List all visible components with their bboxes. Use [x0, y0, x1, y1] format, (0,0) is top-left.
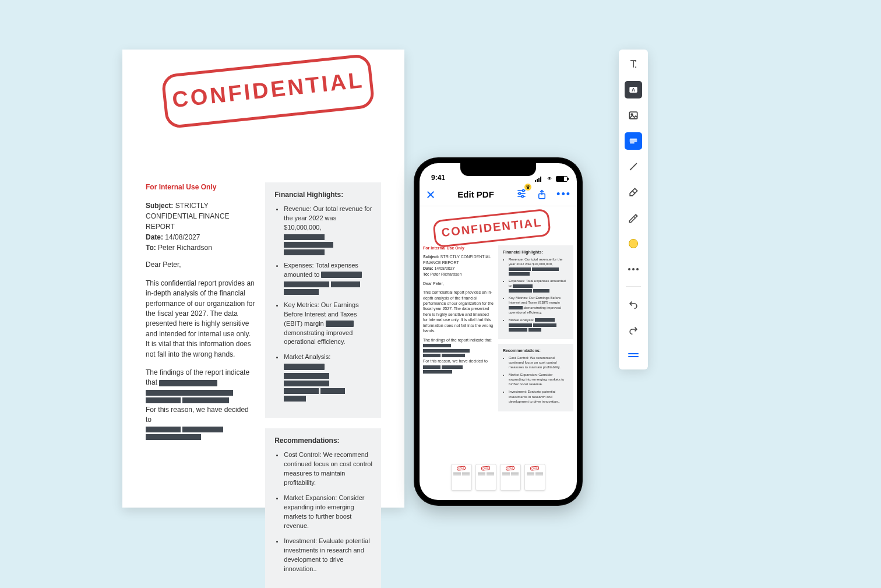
highlight-expenses: Expenses: Total expenses amounted to: [284, 261, 373, 295]
highlight-revenue-text: Revenue: Our total revenue for the year …: [284, 205, 372, 231]
redaction-block: [326, 321, 354, 327]
signal-icon: [535, 176, 543, 182]
redaction-block: [284, 281, 329, 287]
phone-frame: 9:41 Edit PDF ♛ ••• CONFIDENTIAL: [414, 157, 583, 506]
crown-badge-icon: ♛: [524, 184, 531, 191]
subject-label: Subject:: [146, 202, 173, 210]
redaction-block: [284, 373, 329, 379]
more-tools[interactable]: [625, 260, 642, 278]
phone-meta: Subject: STRICTLY CONFIDENTIAL FINANCE R…: [423, 254, 495, 277]
more-icon[interactable]: •••: [556, 188, 571, 200]
highlights-panel: Financial Highlights: Revenue: Our total…: [265, 182, 381, 418]
redaction-block: [320, 388, 345, 394]
share-icon[interactable]: [537, 189, 547, 200]
recommendation-item: Investment: Evaluate potential investmen…: [284, 537, 373, 574]
text-box-tool[interactable]: A: [625, 81, 642, 98]
redaction-block: [284, 289, 319, 295]
redact-tool[interactable]: [625, 132, 642, 150]
recommendations-panel: Recommendations: Cost Control: We recomm…: [265, 428, 381, 588]
redaction-block: [284, 381, 329, 386]
recommendation-item: Market Expansion: Consider expanding int…: [284, 494, 373, 531]
redaction-block: [159, 380, 217, 386]
redaction-block: [284, 396, 306, 402]
image-tool[interactable]: [625, 107, 642, 124]
svg-text:A: A: [632, 87, 635, 93]
to-value: Peter Richardson: [158, 244, 212, 252]
intro-paragraph: This confidential report provides an in-…: [146, 279, 256, 360]
eraser-tool[interactable]: [625, 184, 642, 201]
redaction-block: [146, 434, 201, 440]
phone-document[interactable]: CONFIDENTIAL For Internal Use Only Subje…: [420, 206, 577, 414]
highlighter-tool[interactable]: [625, 209, 642, 227]
page-thumbnail[interactable]: CONF: [500, 464, 521, 491]
page-thumbnail[interactable]: CONF: [524, 464, 545, 491]
page-thumbnail[interactable]: CONF: [475, 464, 496, 491]
line-tool[interactable]: [625, 158, 642, 175]
document-right-column: Financial Highlights: Revenue: Our total…: [265, 182, 381, 588]
redaction-block: [146, 397, 181, 403]
editor-toolbar: A: [619, 50, 648, 369]
document-left-column: For Internal Use Only Subject: STRICTLY …: [146, 182, 256, 588]
page-thumbnails: CONF CONF CONF CONF: [420, 460, 577, 494]
svg-point-2: [521, 195, 523, 197]
highlight-metrics: Key Metrics: Our Earnings Before Interes…: [284, 301, 373, 347]
phone-internal-label: For Internal Use Only: [423, 245, 495, 251]
document-page: CONFIDENTIAL For Internal Use Only Subje…: [122, 50, 404, 508]
redaction-block: [182, 427, 223, 432]
to-label: To:: [146, 244, 156, 252]
phone-recs-panel: Recommendations: Cost Control: We recomm…: [498, 344, 573, 411]
confidential-stamp: CONFIDENTIAL: [161, 53, 375, 129]
phone-navbar: Edit PDF ♛ •••: [420, 183, 577, 206]
recommendations-title: Recommendations:: [274, 436, 373, 445]
redaction-block: [146, 390, 233, 396]
redaction-block: [284, 234, 325, 240]
status-time: 9:41: [431, 174, 445, 182]
page-thumbnail[interactable]: CONF: [451, 464, 472, 491]
date-label: Date:: [146, 233, 163, 241]
redaction-block: [284, 249, 325, 255]
status-icons: [535, 176, 568, 182]
settings-button[interactable]: ♛: [516, 188, 527, 202]
redaction-block: [321, 272, 362, 278]
redo-button[interactable]: [625, 321, 642, 338]
navbar-title: Edit PDF: [457, 189, 494, 199]
document-body: For Internal Use Only Subject: STRICTLY …: [146, 182, 381, 588]
phone-salutation: Dear Peter,: [423, 281, 495, 286]
highlight-market-text: Market Analysis:: [284, 353, 330, 360]
date-value: 14/08/2027: [165, 233, 200, 241]
document-meta: Subject: STRICTLY CONFIDENTIAL FINANCE R…: [146, 200, 256, 253]
phone-stamp: CONFIDENTIAL: [432, 209, 551, 248]
ellipsis-icon: [628, 268, 639, 270]
recommendation-item: Cost Control: We recommend continued foc…: [284, 450, 373, 488]
phone-notch: [460, 163, 536, 176]
salutation: Dear Peter,: [146, 260, 256, 270]
internal-use-label: For Internal Use Only: [146, 182, 256, 192]
toolbar-divider: [626, 286, 641, 287]
highlight-revenue: Revenue: Our total revenue for the year …: [284, 205, 373, 255]
undo-button[interactable]: [625, 295, 642, 312]
phone-intro: This confidential report provides an in-…: [423, 290, 495, 334]
text-tool[interactable]: [625, 55, 642, 73]
findings-paragraph: The findings of the report indicate that…: [146, 368, 256, 441]
highlight-metrics-b: demonstrating improved operational effic…: [284, 329, 353, 346]
wifi-icon: [545, 176, 554, 182]
battery-icon: [556, 176, 568, 182]
svg-point-1: [519, 192, 520, 194]
redaction-block: [284, 242, 333, 248]
color-tool[interactable]: [625, 235, 642, 252]
redaction-block: [146, 427, 181, 432]
phone-left-column: For Internal Use Only Subject: STRICTLY …: [423, 245, 495, 411]
close-icon[interactable]: [425, 189, 436, 200]
svg-point-0: [523, 189, 524, 191]
redaction-block: [182, 397, 229, 403]
phone-right-column: Financial Highlights: Revenue: Our total…: [498, 245, 573, 411]
phone-screen: 9:41 Edit PDF ♛ ••• CONFIDENTIAL: [420, 163, 577, 500]
highlights-title: Financial Highlights:: [274, 191, 373, 199]
phone-highlights-panel: Financial Highlights: Revenue: Our total…: [498, 245, 573, 339]
redaction-block: [284, 388, 319, 394]
highlight-market: Market Analysis:: [284, 353, 373, 402]
phone-findings: The findings of the report indicate that…: [423, 337, 495, 374]
drag-handle[interactable]: [625, 346, 642, 364]
findings-middle: For this reason, we have decided to: [146, 405, 256, 425]
redaction-block: [331, 281, 360, 287]
